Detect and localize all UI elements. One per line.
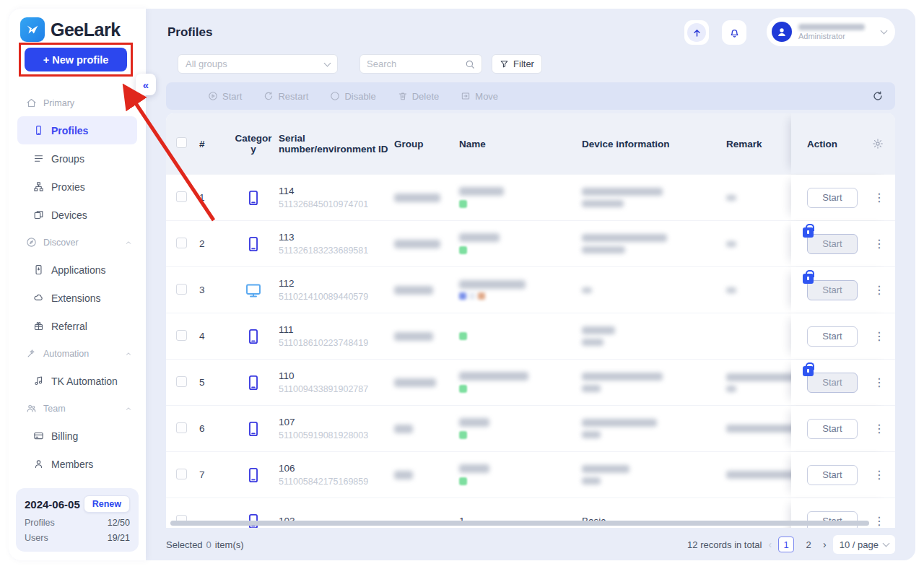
column-header: Serial number/environment ID <box>279 133 394 155</box>
start-button[interactable]: Start <box>807 280 858 300</box>
remark-cell <box>726 373 791 392</box>
row-more-menu[interactable]: ⋮ <box>873 514 885 528</box>
gear-icon <box>872 138 884 149</box>
sidebar-item-tk-automation[interactable]: TK Automation <box>17 367 137 395</box>
environment-id: 511021410089440579 <box>279 292 394 302</box>
sidebar-item-automation[interactable]: Automation <box>9 340 146 367</box>
start-button[interactable]: Start <box>807 465 858 485</box>
row-more-menu[interactable]: ⋮ <box>873 237 885 251</box>
notifications-button[interactable] <box>722 20 746 45</box>
row-index: 1 <box>199 192 228 203</box>
sidebar-item-billing[interactable]: Billing <box>17 422 137 450</box>
page-button-1[interactable]: 1 <box>778 537 794 552</box>
sidebar-item-members[interactable]: Members <box>17 450 137 478</box>
device-cell <box>582 465 726 485</box>
row-more-menu[interactable]: ⋮ <box>873 422 885 435</box>
sidebar-item-extensions[interactable]: Extensions <box>17 284 137 312</box>
sidebar-item-groups[interactable]: Groups <box>17 144 137 173</box>
row-more-menu[interactable]: ⋮ <box>873 375 885 389</box>
toolbar-disable-button[interactable]: Disable <box>330 91 375 102</box>
page-size-select[interactable]: 10 / page <box>833 535 895 554</box>
sidebar-item-profiles[interactable]: Profiles <box>17 116 137 144</box>
select-all-checkbox[interactable] <box>176 137 187 148</box>
sidebar-collapse-button[interactable]: « <box>136 74 156 95</box>
prev-page-button[interactable]: ‹ <box>768 539 772 550</box>
table-row: 6107511005919081928003Start⋮ <box>166 405 895 451</box>
device-cell <box>582 188 726 207</box>
plan-card: 2024-06-05 Renew Profiles 12/50 Users 19… <box>16 488 139 552</box>
table-footer: Selected 0 item(s) 12 records in total ‹… <box>166 534 895 555</box>
sidebar-item-referral[interactable]: Referral <box>17 312 137 340</box>
row-checkbox[interactable] <box>176 191 187 202</box>
start-button[interactable]: Start <box>807 419 858 439</box>
category-cell <box>228 467 279 483</box>
status-badge <box>459 332 467 340</box>
avatar <box>772 22 792 42</box>
plan-stat-value: 19/21 <box>108 533 130 543</box>
row-index: 6 <box>199 423 228 434</box>
toolbar-restart-button[interactable]: Restart <box>263 91 308 102</box>
geelark-logo-icon <box>20 17 45 42</box>
plan-stat-value: 12/50 <box>108 518 130 528</box>
search-input[interactable]: Search <box>359 54 482 74</box>
start-button[interactable]: Start <box>807 188 858 208</box>
username-blurred <box>798 24 865 30</box>
sidebar-item-label: Primary <box>43 98 74 108</box>
column-header: Category <box>228 133 279 155</box>
row-more-menu[interactable]: ⋮ <box>873 283 885 297</box>
selected-label: Selected <box>166 539 203 550</box>
status-badge <box>459 477 467 485</box>
user-menu[interactable]: Administrator <box>767 17 895 46</box>
category-cell <box>228 329 279 344</box>
sidebar-item-team[interactable]: Team <box>9 395 146 422</box>
next-page-button[interactable]: › <box>823 539 827 550</box>
device-cell <box>582 326 726 346</box>
upload-button[interactable] <box>684 20 709 45</box>
sidebar-item-primary[interactable]: Primary <box>9 90 146 116</box>
sidebar-item-discover[interactable]: Discover <box>9 229 146 256</box>
row-checkbox[interactable] <box>176 238 187 248</box>
sidebar-item-proxies[interactable]: Proxies <box>17 173 137 201</box>
environment-id: 511005842175169859 <box>279 477 394 487</box>
status-badge <box>459 200 467 208</box>
sidebar-item-devices[interactable]: Devices <box>17 201 137 229</box>
start-button[interactable]: Start <box>807 373 858 393</box>
row-checkbox[interactable] <box>176 469 187 479</box>
row-checkbox[interactable] <box>176 284 187 295</box>
column-settings-button[interactable] <box>872 138 884 149</box>
sidebar-item-label: Extensions <box>51 292 100 304</box>
renew-button[interactable]: Renew <box>84 495 130 513</box>
row-checkbox[interactable] <box>176 422 187 433</box>
start-button[interactable]: Start <box>807 234 858 254</box>
page-button-2[interactable]: 2 <box>801 537 816 552</box>
filter-button[interactable]: Filter <box>492 54 542 74</box>
horizontal-scrollbar[interactable] <box>170 521 869 526</box>
records-total: 12 records in total <box>687 539 762 550</box>
row-more-menu[interactable]: ⋮ <box>873 468 885 482</box>
environment-id: 511018610223748419 <box>279 338 394 348</box>
toolbar-start-button[interactable]: Start <box>208 91 242 102</box>
new-profile-button[interactable]: + New profile <box>25 48 127 71</box>
refresh-button[interactable] <box>872 82 884 110</box>
name-cell <box>459 372 582 393</box>
category-cell <box>228 282 279 299</box>
billing-icon <box>33 430 44 441</box>
serial-number: 113 <box>279 232 394 243</box>
sidebar-item-label: Billing <box>51 430 78 442</box>
bell-icon <box>725 23 744 42</box>
sidebar-item-label: Profiles <box>51 125 88 136</box>
row-checkbox[interactable] <box>176 376 187 387</box>
toolbar-delete-button[interactable]: Delete <box>398 91 440 102</box>
row-more-menu[interactable]: ⋮ <box>873 329 885 343</box>
sidebar-item-applications[interactable]: Applications <box>17 256 137 284</box>
phone-icon <box>245 190 261 206</box>
toolbar-move-button[interactable]: Move <box>461 91 498 102</box>
serial-number: 106 <box>279 463 394 474</box>
environment-id: 511326183233689581 <box>279 246 394 256</box>
row-more-menu[interactable]: ⋮ <box>873 191 885 204</box>
group-filter-select[interactable]: All groups <box>178 54 338 74</box>
start-button[interactable]: Start <box>807 326 858 347</box>
row-checkbox[interactable] <box>176 330 187 341</box>
table-body: 1114511326845010974701Start⋮211351132618… <box>166 174 895 528</box>
group-cell <box>394 378 459 387</box>
